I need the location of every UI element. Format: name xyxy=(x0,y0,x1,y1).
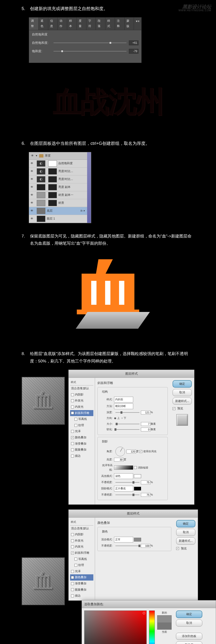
visibility-icon[interactable]: 👁 xyxy=(31,161,35,166)
layer-row[interactable]: 👁◐亮度/对比... xyxy=(29,176,87,184)
opt-satin[interactable]: 光泽 xyxy=(70,428,93,434)
opt-stroke[interactable]: 描边 xyxy=(70,593,93,599)
shadow-opacity-value[interactable] xyxy=(141,493,151,497)
shadow-color-chip[interactable] xyxy=(134,487,141,490)
highlight-opacity-value[interactable] xyxy=(141,480,151,484)
opt-gradient-overlay[interactable]: 渐变叠加 xyxy=(70,441,93,447)
opt-texture[interactable]: 纹理 xyxy=(70,422,93,428)
visibility-icon[interactable]: 👁 xyxy=(31,192,35,198)
highlight-color-chip[interactable] xyxy=(134,474,141,478)
opt-bevel[interactable]: ✓斜面和浮雕 xyxy=(70,410,93,416)
panel-menu-icon[interactable]: ▾≡ xyxy=(134,18,141,30)
tab-para[interactable]: 段落 xyxy=(96,18,105,30)
dir-down-radio[interactable]: ○ 下 xyxy=(121,416,126,421)
highlight-opacity-slider[interactable] xyxy=(116,482,139,483)
new-style-button[interactable]: 新建样式... xyxy=(176,538,195,545)
tab-measure[interactable]: 度量 xyxy=(77,18,86,30)
opt-gradient-overlay[interactable]: 渐变叠加 xyxy=(70,580,93,587)
antialias-checkbox[interactable] xyxy=(134,466,137,469)
vibrance-value[interactable] xyxy=(129,40,139,45)
layer-row[interactable]: 👁亮度 副本 xyxy=(29,184,87,191)
fx-badge[interactable]: fx ▾ xyxy=(80,208,86,213)
ok-button[interactable]: 确定 xyxy=(176,520,195,528)
overlay-opacity-value[interactable] xyxy=(141,544,151,548)
layer-row[interactable]: 👁图层 1 xyxy=(29,215,87,223)
opt-pattern-overlay[interactable]: 图案叠加 xyxy=(70,587,93,593)
size-value[interactable] xyxy=(141,422,151,426)
size-slider[interactable] xyxy=(116,424,139,424)
opt-inner-glow[interactable]: 内发光 xyxy=(70,404,93,410)
tab-sample[interactable]: 样本 xyxy=(67,18,77,30)
tab-mask[interactable]: 遮色 xyxy=(39,18,48,30)
tab-note[interactable]: 注释 xyxy=(115,18,125,30)
saturation-value[interactable] xyxy=(129,49,139,54)
add-to-swatches-button[interactable]: 添加到色板 xyxy=(176,633,202,640)
tab-maskpanel[interactable]: 蒙版 xyxy=(125,18,134,30)
tab-char[interactable]: 字符 xyxy=(86,18,96,30)
hue-slider[interactable] xyxy=(149,610,155,644)
opt-outer-glow[interactable]: 外发光 xyxy=(70,398,93,404)
soften-value[interactable] xyxy=(141,428,151,432)
color-field[interactable] xyxy=(84,610,147,644)
opt-inner-glow[interactable]: 内发光 xyxy=(70,544,93,550)
opt-outer-glow[interactable]: 外发光 xyxy=(70,538,93,544)
style-select[interactable]: 内斜面 xyxy=(114,397,133,402)
soften-slider[interactable] xyxy=(116,429,139,430)
tab-adjust[interactable]: 调整 xyxy=(29,18,39,30)
visibility-icon[interactable]: 👁 xyxy=(31,153,36,158)
visibility-icon[interactable]: 👁 xyxy=(31,184,35,190)
tab-style[interactable]: 样式 xyxy=(105,18,115,30)
opt-pattern-overlay[interactable]: 图案叠加 xyxy=(70,447,93,453)
opt-inner-shadow[interactable]: 内阴影 xyxy=(70,392,93,398)
visibility-icon[interactable]: 👁 xyxy=(31,208,35,214)
opt-contour[interactable]: 等高线 xyxy=(70,556,93,562)
cancel-button[interactable]: 取消 xyxy=(176,529,195,536)
tab-info[interactable]: 信息 xyxy=(48,18,58,30)
blend-options[interactable]: 混合选项:默认 xyxy=(70,386,93,392)
preview-checkbox[interactable]: ✓ xyxy=(173,407,175,410)
overlay-opacity-slider[interactable] xyxy=(116,546,139,546)
blend-options[interactable]: 混合选项:默认 xyxy=(70,526,93,532)
color-libraries-button[interactable]: 颜色库 xyxy=(176,641,202,644)
opt-satin[interactable]: 光泽 xyxy=(70,568,93,574)
dir-up-radio[interactable]: ◉ 上 xyxy=(114,416,120,421)
opt-contour[interactable]: 等高线 xyxy=(70,416,93,422)
ok-button[interactable]: 确定 xyxy=(173,380,192,388)
picker-ok-button[interactable]: 确定 xyxy=(176,610,202,618)
layer-row[interactable]: 👁材质 xyxy=(29,199,87,207)
opt-stroke[interactable]: 描边 xyxy=(70,453,93,459)
preview-checkbox[interactable]: ✓ xyxy=(176,547,179,550)
scrollbar[interactable] xyxy=(87,152,91,223)
cancel-button[interactable]: 取消 xyxy=(173,389,192,396)
angle-dial[interactable] xyxy=(116,447,125,456)
opt-color-overlay[interactable]: ✓颜色叠加 xyxy=(70,574,93,580)
layer-row[interactable]: 👁◐亮度/对比... xyxy=(29,168,87,176)
depth-value[interactable] xyxy=(141,410,151,414)
global-light-checkbox[interactable]: ✓ xyxy=(139,450,142,453)
opt-inner-shadow[interactable]: 内阴影 xyxy=(70,532,93,538)
angle-value[interactable] xyxy=(127,450,136,454)
shadow-opacity-slider[interactable] xyxy=(116,494,139,495)
visibility-icon[interactable]: 👁 xyxy=(31,200,35,206)
opt-texture[interactable]: 纹理 xyxy=(70,562,93,568)
layer-group-row[interactable]: 👁 ▾ 厚度 xyxy=(29,152,87,160)
opt-bevel[interactable]: ✓斜面和浮雕 xyxy=(70,550,93,556)
expand-icon[interactable]: ▾ xyxy=(36,153,39,158)
gloss-contour-picker[interactable] xyxy=(114,466,133,470)
shadow-mode-select[interactable]: 正片叠底 xyxy=(114,486,133,492)
picker-cancel-button[interactable]: 取消 xyxy=(176,620,202,627)
new-style-button[interactable]: 新建样式... xyxy=(173,398,192,405)
layer-row[interactable]: 👁◐自然饱和度 xyxy=(29,160,87,168)
layer-row[interactable]: 👁材质 副本一 xyxy=(29,191,87,199)
technique-select[interactable]: 雕刻清晰 xyxy=(114,404,133,409)
opt-color-overlay[interactable]: ✓颜色叠加 xyxy=(70,434,93,441)
visibility-icon[interactable]: 👁 xyxy=(31,169,35,174)
tab-actions[interactable]: 动作 xyxy=(58,18,67,30)
layer-row[interactable]: 👁底层fx ▾ xyxy=(29,207,87,215)
visibility-icon[interactable]: 👁 xyxy=(31,177,35,182)
highlight-mode-select[interactable]: 滤色 xyxy=(114,473,133,479)
visibility-icon[interactable]: 👁 xyxy=(31,216,35,222)
blend-mode-select[interactable]: 正常 xyxy=(114,537,133,542)
depth-slider[interactable] xyxy=(116,412,139,413)
altitude-value[interactable] xyxy=(114,458,124,462)
